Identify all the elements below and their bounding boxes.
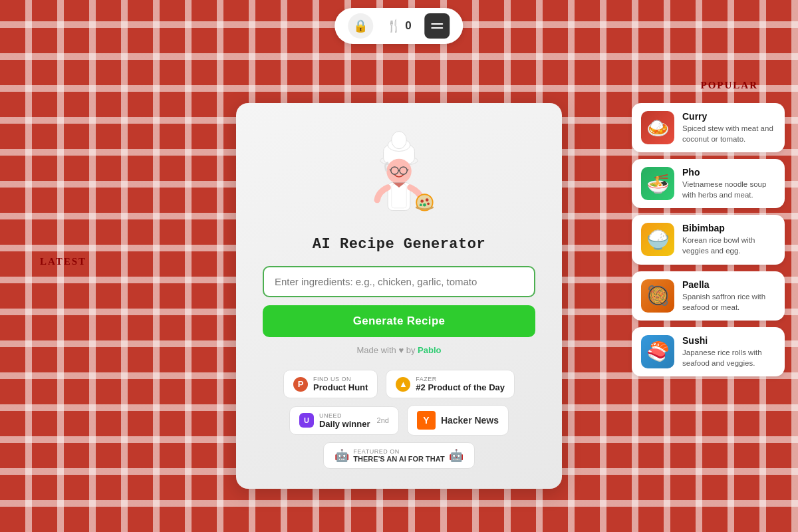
popular-item-description: Spiced stew with meat and coconut or tom… [682,123,775,144]
svg-point-18 [427,202,430,205]
top-navigation-bar: 🔒 🍴 0 [334,8,463,44]
popular-item-image: 🍛 [641,111,674,144]
main-card: AI Recipe Generator Generate Recipe Made… [236,103,562,489]
svg-rect-11 [392,184,407,208]
fazer-badge[interactable]: ▲ FAZER #2 Product of the Day [386,370,515,398]
popular-label: POPULAR [701,80,759,91]
theresanai-text: FEATURED ON THERE'S AN AI FOR THAT [353,448,444,463]
count-display: 0 [405,19,411,33]
product-hunt-icon: P [293,377,308,392]
popular-item-name: Bibimbap [682,223,775,233]
top-bar-center: 🍴 0 [386,19,411,33]
hacker-news-icon: Y [417,411,436,430]
product-hunt-text: FIND US ON Product Hunt [313,376,368,392]
popular-card[interactable]: 🍛CurrySpiced stew with meat and coconut … [632,103,785,152]
menu-line-1 [432,23,444,25]
fazer-icon: ▲ [396,377,410,392]
made-with-text: Made with ♥ by Pablo [357,345,442,355]
ingredients-input[interactable] [263,266,535,297]
badges-section: P FIND US ON Product Hunt ▲ FAZER #2 Pro… [263,370,535,469]
popular-item-text: SushiJapanese rice rolls with seafood an… [682,335,775,368]
uneed-icon: U [299,413,314,428]
ai-icon: 🤖 [449,448,464,463]
theresanai-badge[interactable]: 🤖 FEATURED ON THERE'S AN AI FOR THAT 🤖 [323,442,474,469]
popular-item-image: 🍚 [641,223,674,256]
uneed-text: UNEED Daily winner [319,412,370,429]
popular-panel: 🍛CurrySpiced stew with meat and coconut … [632,103,785,376]
menu-line-2 [432,27,444,29]
hacker-news-badge[interactable]: Y Hacker News [407,405,509,436]
badges-row-1: P FIND US ON Product Hunt ▲ FAZER #2 Pro… [283,370,515,398]
author-link[interactable]: Pablo [418,345,441,355]
badges-row-2: U UNEED Daily winner 2nd Y Hacker News [289,405,509,436]
uneed-badge[interactable]: U UNEED Daily winner 2nd [289,406,399,435]
popular-item-text: BibimbapKorean rice bowl with veggies an… [682,223,775,256]
menu-button[interactable] [425,13,450,39]
svg-point-16 [423,203,426,207]
svg-point-4 [386,159,412,184]
product-hunt-badge[interactable]: P FIND US ON Product Hunt [283,370,378,398]
popular-item-image: 🍣 [641,335,674,368]
popular-item-name: Paella [682,279,775,290]
generate-recipe-button[interactable]: Generate Recipe [263,305,535,337]
chef-illustration [346,123,452,229]
popular-card[interactable]: 🥘PaellaSpanish saffron rice with seafood… [632,271,785,321]
popular-card[interactable]: 🍣SushiJapanese rice rolls with seafood a… [632,327,785,376]
latest-label: LATEST [40,256,86,267]
cutlery-icon: 🍴 [386,19,401,33]
theresanai-sublabel: THERE'S AN AI FOR THAT [353,455,444,463]
badges-row-3: 🤖 FEATURED ON THERE'S AN AI FOR THAT 🤖 [323,442,474,469]
lock-icon: 🔒 [353,19,368,33]
popular-item-name: Sushi [682,335,775,346]
popular-item-text: PaellaSpanish saffron rice with seafood … [682,279,775,313]
popular-card[interactable]: 🍚BibimbapKorean rice bowl with veggies a… [632,215,785,264]
svg-point-17 [420,203,422,206]
popular-item-image: 🥘 [641,279,674,313]
popular-item-name: Pho [682,167,775,178]
popular-card[interactable]: 🍜PhoVietnamese noodle soup with herbs an… [632,159,785,208]
popular-item-description: Korean rice bowl with veggies and egg. [682,235,775,256]
popular-item-description: Spanish saffron rice with seafood or mea… [682,291,775,313]
fazer-text: FAZER #2 Product of the Day [416,376,505,392]
svg-point-15 [426,198,429,201]
popular-item-text: PhoVietnamese noodle soup with herbs and… [682,167,775,200]
popular-item-text: CurrySpiced stew with meat and coconut o… [682,111,775,144]
card-title: AI Recipe Generator [313,236,485,253]
popular-item-description: Vietnamese noodle soup with herbs and me… [682,179,775,200]
popular-item-image: 🍜 [641,167,674,200]
popular-item-name: Curry [682,111,775,122]
svg-point-14 [420,200,424,203]
uneed-position: 2nd [377,416,389,424]
robot-icon: 🤖 [334,448,349,463]
lock-button[interactable]: 🔒 [348,13,373,39]
svg-point-3 [392,132,407,149]
popular-item-description: Japanese rice rolls with seafood and veg… [682,347,775,368]
hacker-news-text: Hacker News [441,415,499,426]
